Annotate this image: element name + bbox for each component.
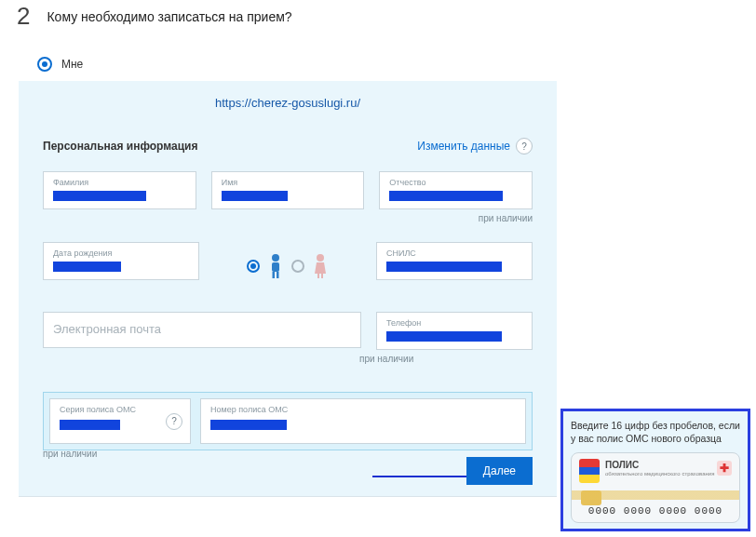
svg-rect-2 bbox=[273, 272, 276, 278]
step-title: Кому необходимо записаться на прием? bbox=[47, 9, 291, 24]
snils-field[interactable]: СНИЛС bbox=[376, 242, 533, 280]
birthdate-value-redacted bbox=[53, 262, 121, 272]
polis-series-field[interactable]: Серия полиса ОМС ? bbox=[49, 398, 191, 444]
gender-female-radio[interactable] bbox=[291, 260, 304, 273]
female-icon bbox=[312, 253, 329, 279]
medical-cross-icon: ✚ bbox=[717, 461, 732, 476]
polis-group: Серия полиса ОМС ? Номер полиса ОМС bbox=[43, 392, 533, 450]
polis-tooltip: Введите 16 цифр без пробелов, если у вас… bbox=[560, 409, 750, 531]
svg-rect-5 bbox=[317, 274, 319, 278]
polis-digits: 0000 0000 0000 0000 bbox=[572, 504, 739, 518]
svg-rect-6 bbox=[321, 274, 323, 278]
email-field[interactable]: Электронная почта bbox=[43, 312, 361, 348]
email-placeholder: Электронная почта bbox=[53, 318, 351, 340]
patronymic-field[interactable]: Отчество bbox=[379, 171, 533, 209]
gender-selector bbox=[214, 242, 361, 279]
svg-rect-1 bbox=[272, 262, 279, 272]
polis-number-value-redacted bbox=[210, 420, 287, 430]
tooltip-text: Введите 16 цифр без пробелов, если у вас… bbox=[571, 419, 740, 445]
step-number: 2 bbox=[17, 2, 30, 31]
birthdate-field[interactable]: Дата рождения bbox=[43, 242, 199, 280]
surname-field[interactable]: Фамилия bbox=[43, 171, 196, 209]
phone-value-redacted bbox=[386, 331, 502, 342]
gender-male-radio[interactable] bbox=[247, 260, 260, 273]
watermark-link[interactable]: https://cherez-gosuslugi.ru/ bbox=[43, 96, 533, 110]
snils-value-redacted bbox=[386, 262, 502, 272]
patronymic-label: Отчество bbox=[389, 178, 522, 187]
polis-series-help-icon[interactable]: ? bbox=[166, 413, 182, 430]
change-data-label: Изменить данные bbox=[417, 140, 510, 153]
name-value-redacted bbox=[222, 191, 288, 201]
radio-me-label: Мне bbox=[61, 58, 83, 71]
snils-label: СНИЛС bbox=[386, 248, 522, 258]
surname-value-redacted bbox=[53, 191, 146, 201]
svg-point-4 bbox=[317, 254, 324, 262]
help-icon[interactable]: ? bbox=[516, 138, 533, 154]
polis-number-field[interactable]: Номер полиса ОМС bbox=[200, 398, 526, 444]
polis-card-illustration: ПОЛИС обязательного медицинского страхов… bbox=[571, 452, 740, 523]
polis-emblem-icon bbox=[579, 459, 600, 483]
patronymic-value-redacted bbox=[389, 191, 502, 201]
recipient-radio-row: Мне bbox=[37, 57, 756, 72]
change-data-link[interactable]: Изменить данные ? bbox=[417, 138, 533, 154]
personal-info-panel: https://cherez-gosuslugi.ru/ Персональна… bbox=[19, 81, 557, 497]
surname-label: Фамилия bbox=[53, 178, 186, 187]
radio-me[interactable] bbox=[37, 57, 52, 72]
polis-card-subtitle: обязательного медицинского страхования bbox=[605, 470, 714, 477]
next-button[interactable]: Далее bbox=[466, 457, 533, 485]
birthdate-label: Дата рождения bbox=[53, 248, 189, 258]
name-label: Имя bbox=[222, 178, 355, 187]
polis-series-label: Серия полиса ОМС bbox=[60, 405, 181, 414]
name-field[interactable]: Имя bbox=[211, 171, 365, 209]
phone-label: Телефон bbox=[386, 318, 522, 328]
polis-wave-decor bbox=[572, 490, 739, 500]
section-title: Персональная информация bbox=[43, 140, 197, 153]
polis-series-value-redacted bbox=[60, 420, 120, 430]
polis-number-label: Номер полиса ОМС bbox=[210, 405, 516, 414]
phone-field[interactable]: Телефон bbox=[376, 312, 533, 350]
svg-rect-3 bbox=[277, 272, 279, 278]
email-hint: при наличии bbox=[359, 354, 413, 364]
patronymic-hint: при наличии bbox=[479, 213, 533, 223]
male-icon bbox=[267, 253, 284, 279]
svg-point-0 bbox=[272, 254, 279, 262]
